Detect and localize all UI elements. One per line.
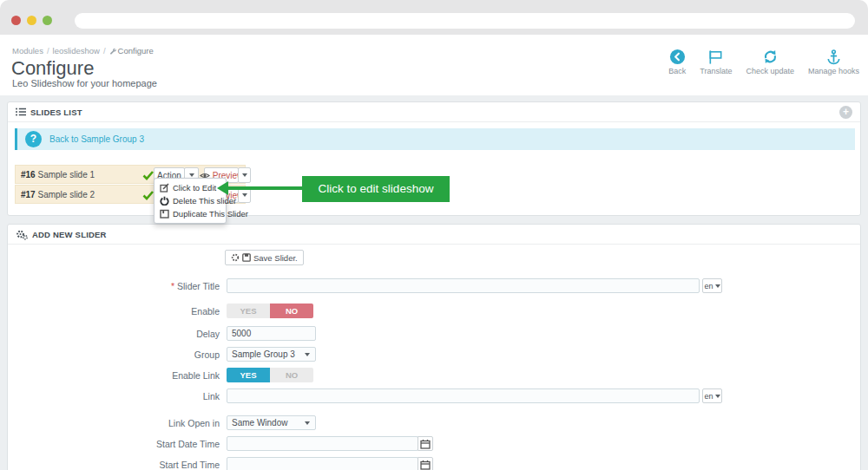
save-icon: [242, 253, 251, 262]
cogs-icon: [16, 229, 28, 240]
breadcrumb: Modules/leoslideshow/Configure: [12, 46, 154, 55]
slide-name: Sample slide 1: [37, 170, 95, 180]
slide-row-label: #16 Sample slide 1: [21, 170, 95, 180]
breadcrumb-separator: /: [47, 46, 49, 55]
chevron-down-icon: [715, 284, 720, 288]
info-alert: ? Back to Sample Group 3: [15, 128, 855, 150]
link-label: Link: [8, 391, 220, 401]
delay-input[interactable]: [227, 326, 316, 341]
language-dropdown-button[interactable]: en: [702, 388, 722, 403]
slider-title-label: *Slider Title: [8, 281, 220, 291]
form-row-slider-title: *Slider Title en: [8, 278, 860, 293]
breadcrumb-configure: Configure: [118, 46, 154, 55]
chevron-down-icon: [242, 193, 247, 197]
slide-id: #17: [21, 190, 36, 199]
header-toolbar: Back Translate Check update Manage hooks: [668, 49, 859, 75]
slide-id: #16: [21, 170, 36, 180]
enable-link-switch: YES NO: [227, 368, 313, 382]
tooltip-arrow-line: [227, 186, 302, 190]
app-window: Modules/leoslideshow/Configure Configure…: [0, 0, 868, 470]
menu-item-label: Duplicate This Slider: [173, 209, 248, 219]
breadcrumb-leoslideshow[interactable]: leoslideshow: [53, 46, 100, 55]
start-end-time-input[interactable]: [227, 457, 418, 470]
required-mark: *: [171, 281, 174, 291]
delay-label: Delay: [8, 329, 220, 339]
enable-label: Enable: [8, 306, 220, 317]
calendar-icon[interactable]: [418, 436, 433, 451]
enable-no-option[interactable]: NO: [270, 304, 313, 318]
anchor-icon: [825, 49, 842, 65]
save-slider-button[interactable]: Save Slider.: [225, 250, 304, 265]
form-row-enable: Enable YES NO: [8, 304, 860, 318]
slide-row-label: #17 Sample slide 2: [21, 190, 95, 199]
enable-yes-option[interactable]: YES: [227, 304, 270, 318]
chevron-down-icon: [189, 173, 194, 177]
start-date-time-input[interactable]: [227, 436, 418, 451]
window-close-icon[interactable]: [11, 16, 21, 25]
language-dropdown-button[interactable]: en: [702, 278, 722, 293]
form-row-enable-link: Enable Link YES NO: [8, 368, 860, 382]
form-row-link-open-in: Link Open in Same Window: [8, 415, 860, 430]
breadcrumb-modules[interactable]: Modules: [12, 46, 43, 55]
add-new-slider-title: ADD NEW SLIDER: [32, 230, 107, 239]
question-icon: ?: [25, 131, 42, 147]
menu-item-label: Delete This slider: [173, 196, 236, 206]
enabled-check-icon: [142, 170, 154, 180]
edit-tooltip: Click to edit slideshow: [302, 176, 450, 202]
back-button[interactable]: Back: [668, 49, 686, 75]
check-update-button[interactable]: Check update: [746, 49, 794, 75]
check-update-label: Check update: [746, 67, 794, 75]
form-row-group: Group Sample Group 3: [8, 347, 860, 362]
window-minimize-icon[interactable]: [27, 16, 36, 25]
menu-item-duplicate[interactable]: Duplicate This Slider: [155, 207, 226, 220]
enabled-check-icon: [142, 190, 154, 200]
manage-hooks-label: Manage hooks: [808, 67, 859, 75]
menu-item-label: Click to Edit: [173, 183, 216, 193]
start-end-time-label: Start End Time: [8, 460, 220, 470]
translate-label: Translate: [700, 67, 732, 75]
chevron-down-icon: [715, 395, 720, 398]
calendar-icon[interactable]: [418, 457, 433, 470]
add-new-slider-header: ADD NEW SLIDER: [8, 225, 860, 245]
preview-caret-button[interactable]: [238, 167, 251, 183]
form-row-start-end-time: Start End Time: [8, 457, 860, 470]
back-icon: [669, 49, 686, 65]
form-row-delay: Delay: [8, 326, 860, 341]
translate-button[interactable]: Translate: [700, 49, 732, 75]
power-icon: [160, 196, 169, 206]
form-row-start-date-time: Start Date Time: [8, 436, 860, 451]
window-zoom-icon[interactable]: [43, 16, 52, 25]
group-select[interactable]: Sample Group 3: [227, 347, 316, 362]
refresh-icon: [762, 49, 779, 65]
browser-url-bar[interactable]: [75, 13, 855, 29]
menu-item-delete[interactable]: Delete This slider: [155, 194, 226, 207]
chevron-down-icon: [305, 353, 310, 356]
action-dropdown-menu: Click to Edit Delete This slider Duplica…: [154, 178, 227, 224]
page-subtitle: Leo Slideshow for your homepage: [12, 78, 157, 88]
breadcrumb-separator: /: [103, 46, 106, 55]
enable-link-label: Enable Link: [8, 370, 220, 381]
form-row-link: Link en: [8, 388, 860, 403]
slider-title-input[interactable]: [227, 278, 700, 293]
back-label: Back: [668, 67, 686, 75]
slide-name: Sample slide 2: [37, 190, 95, 199]
list-icon: [16, 108, 26, 116]
enable-switch: YES NO: [227, 304, 313, 318]
link-input[interactable]: [227, 388, 700, 403]
manage-hooks-button[interactable]: Manage hooks: [808, 49, 859, 75]
back-to-group-link[interactable]: Back to Sample Group 3: [49, 134, 144, 144]
slides-list-title: SLIDES LIST: [30, 108, 82, 117]
link-open-in-select[interactable]: Same Window: [227, 415, 316, 430]
process-icon: [231, 253, 240, 262]
add-slide-icon[interactable]: +: [839, 106, 852, 119]
enable-link-no-option[interactable]: NO: [270, 368, 313, 382]
chevron-down-icon: [242, 173, 247, 177]
wrench-icon: [109, 48, 116, 55]
flag-icon: [707, 49, 724, 65]
menu-item-edit[interactable]: Click to Edit: [155, 181, 226, 194]
slides-list-header: SLIDES LIST +: [8, 102, 860, 122]
enable-link-yes-option[interactable]: YES: [227, 368, 270, 382]
group-label: Group: [8, 349, 220, 360]
duplicate-icon: [160, 209, 169, 219]
page-title: Configure: [11, 57, 94, 80]
